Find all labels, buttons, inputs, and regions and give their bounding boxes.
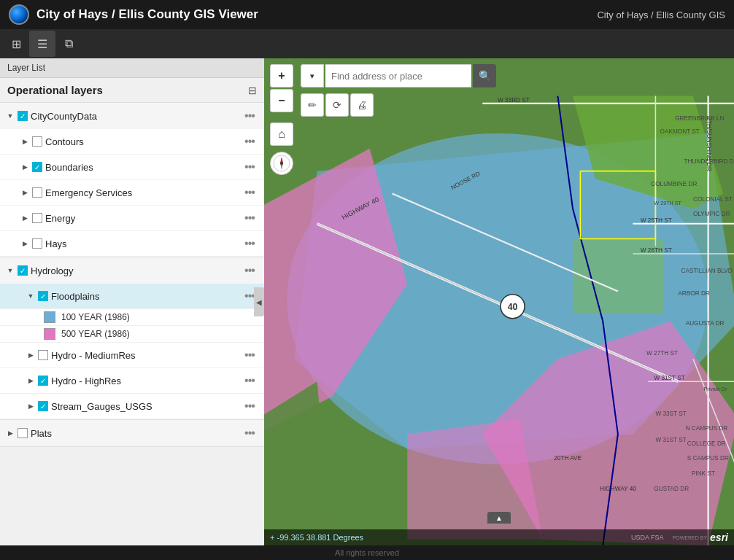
more-citycountydata-button[interactable]: ••• (241, 107, 258, 125)
chevron-hydro-highres (26, 376, 35, 385)
svg-text:CASTILLIAN BLVD: CASTILLIAN BLVD (681, 268, 732, 274)
layer-boundaries-label: Boundaries (45, 162, 238, 173)
more-hydro-highres-button[interactable]: ••• (241, 372, 258, 389)
svg-text:W 33RD ST: W 33RD ST (498, 97, 530, 104)
esri-label: esri (710, 532, 728, 543)
layer-hydro-mediumres-label: Hydro - MediumRes (51, 350, 238, 361)
operational-layers-title: Operational layers (7, 84, 103, 96)
layer-contours[interactable]: Contours ••• (0, 129, 264, 155)
group-plats-header[interactable]: Plats ••• (0, 420, 264, 446)
more-contours-button[interactable]: ••• (241, 133, 258, 150)
grid-view-button[interactable]: ⊞ (3, 31, 29, 57)
more-energy-button[interactable]: ••• (241, 209, 258, 227)
legend-swatch-500year (44, 328, 55, 340)
group-citycountydata: CityCountyData ••• Contours ••• Boundari… (0, 103, 264, 257)
map-background: 40 HIGHWAY 4 (264, 58, 734, 545)
checkbox-energy[interactable] (32, 213, 42, 223)
group-hydrology-header[interactable]: Hydrology ••• (0, 257, 264, 284)
layer-emergency-services[interactable]: Emergency Services ••• (0, 180, 264, 206)
sidebar-collapse-handle[interactable]: ◀ (254, 287, 264, 316)
search-input[interactable] (325, 64, 471, 88)
map-container[interactable]: 40 HIGHWAY 4 (264, 58, 734, 545)
main-toolbar: ⊞ ☰ ⧉ (0, 29, 734, 58)
list-view-button[interactable]: ☰ (29, 31, 55, 57)
checkbox-hydrology[interactable] (18, 265, 28, 276)
app-header: City of Hays / Ellis County GIS Viewer C… (0, 0, 734, 29)
svg-text:GREENBRIER LN: GREENBRIER LN (675, 115, 724, 122)
checkbox-plats[interactable] (18, 428, 28, 438)
layer-hydro-highres-label: Hydro - HighRes (51, 376, 238, 386)
layer-hydro-mediumres[interactable]: Hydro - MediumRes ••• (0, 343, 264, 368)
powered-by-label: POWERED BY (673, 535, 707, 540)
layer-list-header: Layer List (0, 58, 264, 78)
svg-text:40: 40 (508, 302, 518, 312)
print-tool-button[interactable]: 🖨 (350, 93, 374, 117)
layer-stream-gauges[interactable]: Stream_Gauges_USGS ••• (0, 394, 264, 419)
layer-floodplains[interactable]: Floodplains ••• (0, 284, 264, 309)
checkbox-floodplains[interactable] (38, 291, 48, 301)
checkbox-hays[interactable] (32, 238, 42, 249)
svg-text:W 27TH ST: W 27TH ST (646, 350, 678, 357)
coordinates-bar: + -99.365 38.881 Degrees USDA FSA POWERE… (264, 529, 734, 545)
search-submit-button[interactable]: 🔍 (473, 64, 496, 88)
checkbox-emergency-services[interactable] (32, 187, 42, 198)
svg-text:AUGUSTA DR: AUGUSTA DR (686, 320, 725, 327)
checkbox-stream-gauges[interactable] (38, 401, 48, 411)
grid-icon: ⊞ (12, 37, 21, 51)
group-hydrology-label: Hydrology (31, 265, 238, 276)
more-hays-button[interactable]: ••• (241, 235, 258, 252)
checkbox-hydro-mediumres[interactable] (38, 350, 48, 360)
more-hydrology-button[interactable]: ••• (241, 262, 258, 279)
sketch-tool-button[interactable]: ✏ (301, 93, 324, 117)
layer-list-scroll: CityCountyData ••• Contours ••• Boundari… (0, 103, 264, 545)
svg-text:ARBOR DR: ARBOR DR (678, 290, 710, 297)
svg-text:W 25TH ST: W 25TH ST (641, 217, 672, 224)
home-button[interactable]: ⌂ (270, 122, 293, 146)
usda-fsa-label: USDA FSA (631, 534, 664, 541)
checkbox-boundaries[interactable] (32, 162, 42, 172)
chevron-emergency-services (20, 188, 29, 197)
layer-hydro-highres[interactable]: Hydro - HighRes ••• (0, 368, 264, 394)
layer-hays[interactable]: Hays ••• (0, 231, 264, 257)
map-zoom-toolbar: + − (270, 64, 293, 112)
layer-boundaries[interactable]: Boundaries ••• (0, 155, 264, 180)
svg-text:W 31ST ST: W 31ST ST (655, 437, 686, 443)
layer-hays-label: Hays (45, 238, 238, 249)
layer-energy-label: Energy (45, 213, 238, 224)
search-dropdown-button[interactable]: ▾ (301, 64, 324, 88)
more-plats-button[interactable]: ••• (241, 424, 258, 442)
layers-button[interactable]: ⧉ (55, 31, 82, 57)
zoom-out-button[interactable]: − (270, 89, 293, 112)
share-tool-button[interactable]: ⟳ (325, 93, 349, 117)
svg-text:W 29TH ST: W 29TH ST (654, 200, 681, 206)
sidebar: Layer List Operational layers ⊟ CityCoun… (0, 58, 264, 545)
group-hydrology: Hydrology ••• Floodplains ••• 100 YEAR (… (0, 257, 264, 420)
legend-100year: 100 YEAR (1986) (0, 309, 264, 326)
layer-contours-label: Contours (45, 136, 238, 147)
chevron-stream-gauges (26, 402, 35, 411)
checkbox-citycountydata[interactable] (18, 111, 28, 121)
svg-text:W 31ST ST: W 31ST ST (654, 375, 684, 381)
more-hydro-mediumres-button[interactable]: ••• (241, 346, 258, 364)
zoom-in-button[interactable]: + (270, 64, 293, 88)
filter-icon[interactable]: ⊟ (248, 85, 257, 96)
group-citycountydata-header[interactable]: CityCountyData ••• (0, 103, 264, 129)
svg-text:GUSTAD DR: GUSTAD DR (654, 486, 689, 492)
legend-swatch-100year (44, 311, 55, 323)
more-boundaries-button[interactable]: ••• (241, 158, 258, 176)
layer-energy[interactable]: Energy ••• (0, 206, 264, 231)
checkbox-contours[interactable] (32, 136, 42, 147)
main-content: Layer List Operational layers ⊟ CityCoun… (0, 58, 734, 545)
checkbox-hydro-highres[interactable] (38, 376, 48, 386)
chevron-hays (20, 239, 29, 248)
search-bar: ▾ 🔍 (301, 64, 496, 88)
chevron-floodplains (26, 292, 35, 300)
layer-stream-gauges-label: Stream_Gauges_USGS (51, 401, 238, 412)
layer-floodplains-label: Floodplains (51, 291, 238, 302)
more-emergency-services-button[interactable]: ••• (241, 184, 258, 201)
more-stream-gauges-button[interactable]: ••• (241, 397, 258, 415)
compass-button[interactable] (270, 152, 293, 175)
chevron-boundaries (20, 163, 29, 171)
map-expand-button[interactable]: ▲ (487, 512, 511, 524)
coordinates-text: + -99.365 38.881 Degrees (270, 533, 363, 542)
